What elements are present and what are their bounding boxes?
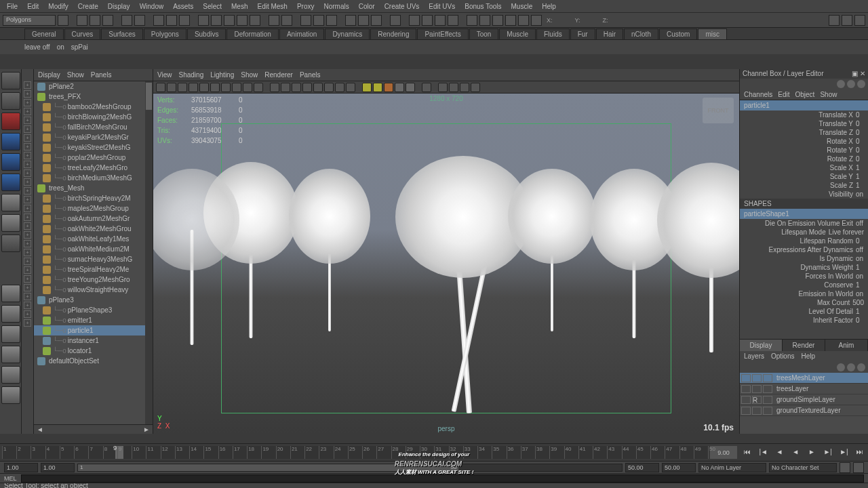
output-icon[interactable] [358,15,369,26]
open-scene-icon[interactable] [90,15,100,26]
layer-vis-toggle[interactable] [741,374,751,382]
anim-start-field[interactable]: 1.00 [4,463,38,472]
channel-menu-item[interactable]: Object [795,91,815,98]
menu-muscle[interactable]: Muscle [507,1,537,12]
viewport-toolbar-button[interactable] [422,83,431,92]
outliner-scrollbar[interactable] [145,81,153,424]
step-back-key-icon[interactable]: |◄ [758,448,769,458]
expand-toggle[interactable]: + [24,284,31,291]
channel-attr[interactable]: Translate Z0 [740,128,868,137]
viewport-menu-item[interactable]: Renderer [264,71,293,79]
selected-node[interactable]: particle1 [740,100,868,110]
outliner-item[interactable]: └─o oakWhite2MeshGrou [34,224,153,234]
shelf-item[interactable]: leave off [24,43,50,51]
misc-icon[interactable] [479,15,490,26]
viewport-toolbar-button[interactable] [199,83,209,92]
outliner-item[interactable]: └─o maples2MeshGroup [34,203,153,214]
expand-toggle[interactable]: + [24,90,31,98]
expand-toggle[interactable]: + [24,310,31,318]
expand-toggle[interactable]: + [24,214,31,221]
shelf-tab-polygons[interactable]: Polygons [144,28,186,39]
viewport-toolbar-button[interactable] [335,83,344,92]
outliner-item[interactable]: defaultObjectSet [34,356,153,366]
viewport-toolbar-button[interactable] [189,83,198,92]
hypershade-icon[interactable] [409,15,420,26]
new-layer-icon[interactable] [837,363,845,371]
display-layer[interactable]: RgroundSimpleLayer [740,394,868,405]
outliner-item[interactable]: └─o keyakiStreet2MeshG [34,142,153,152]
shape-attr[interactable]: Expressions After Dynamicsoff [740,245,868,254]
layer-vis-toggle[interactable] [741,407,751,415]
menu-edit-uvs[interactable]: Edit UVs [425,1,459,12]
viewport-toolbar-button[interactable] [406,83,415,92]
menu-bonus-tools[interactable]: Bonus Tools [460,1,505,12]
go-end-icon[interactable]: ⏭ [854,448,865,458]
layer-list[interactable]: treesMeshLayertreesLayerRgroundSimpleLay… [740,373,868,434]
channel-menu-item[interactable]: Edit [778,91,789,98]
layout-graph-icon[interactable] [1,366,20,384]
outliner-item[interactable]: └─o locator1 [34,346,153,356]
display-layer[interactable]: treesLayer [740,384,868,394]
shelf-tab-painteffects[interactable]: PaintEffects [417,28,468,39]
outliner-item[interactable]: └─o particle1 [34,325,153,336]
outliner-menu-item[interactable]: Show [67,71,84,79]
layout-single-icon[interactable] [1,285,20,302]
shape-attr[interactable]: Is Dynamicon [740,254,868,263]
outliner-item[interactable]: └─o birchMedium3MeshG [34,173,153,183]
layout-dope-icon[interactable] [1,386,20,404]
shape-attr[interactable]: Die On Emission Volume Exitoff [740,219,868,228]
outliner-item[interactable]: └─o treeLeafy2MeshGro [34,163,153,173]
expand-toggle[interactable]: + [24,178,31,186]
shelf-tab-subdivs[interactable]: Subdivs [187,28,226,39]
character-set-select[interactable]: No Character Set [769,463,837,472]
viewport-menu-item[interactable]: Show [241,71,258,79]
outliner-item[interactable]: pPlane2 [34,81,153,92]
snap-curve-icon[interactable] [211,15,222,26]
shelf-tab-muscle[interactable]: Muscle [499,28,536,39]
expand-toggle[interactable]: + [24,134,31,142]
viewport-menu-item[interactable]: View [157,71,172,79]
viewport-toolbar-button[interactable] [232,83,241,92]
expand-toggle[interactable]: + [24,99,31,106]
layer-vis-toggle[interactable] [741,396,751,404]
go-start-icon[interactable]: ⏮ [742,448,753,458]
viewport-toolbar-button[interactable] [243,83,252,92]
viewport-menu-item[interactable]: Shading [179,71,204,79]
outliner-item[interactable]: └─o sumacHeavy3MeshG [34,254,153,264]
prefs-icon[interactable] [853,462,864,473]
menu-window[interactable]: Window [136,1,168,12]
outliner-item[interactable]: └─o bamboo2MeshGroup [34,102,153,112]
shelf-tab-deformation[interactable]: Deformation [226,28,278,39]
viewport-toolbar-button[interactable] [270,83,279,92]
outliner-item[interactable]: trees_PFX [34,92,153,102]
shelf-item[interactable]: on [57,43,64,51]
misc-icon[interactable] [467,15,477,26]
expand-toggle[interactable]: + [24,169,31,177]
viewport-toolbar-button[interactable] [302,83,312,92]
shape-attr[interactable]: Lifespan Random0 [740,237,868,245]
outliner-item[interactable]: pPlane3 [34,295,153,305]
save-scene-icon[interactable] [102,15,113,26]
rotate-tool-icon[interactable] [1,153,20,171]
shape-attr[interactable]: Dynamics Weight1 [740,263,868,272]
channel-attr[interactable]: Visibilityon [740,190,868,199]
shape-attr[interactable]: Inherit Factor0 [740,316,868,325]
layer-type-toggle[interactable] [752,385,762,393]
menu-color[interactable]: Color [355,1,379,12]
range-end-field[interactable]: 50.00 [625,463,659,472]
last-tool-icon[interactable] [1,235,20,252]
viewport-toolbar-button[interactable] [292,83,301,92]
anim-layer-select[interactable]: No Anim Layer [698,463,766,472]
viewport-toolbar-button[interactable] [471,83,480,92]
expand-toggle[interactable]: + [24,187,31,195]
outliner-item[interactable]: └─o fallBirch2MeshGrou [34,122,153,132]
layer-vis-toggle[interactable] [741,385,751,393]
shelf-tab-curves[interactable]: Curves [64,28,101,39]
shelf-tab-fur[interactable]: Fur [570,28,595,39]
shape-attr[interactable]: Max Count500 [740,298,868,307]
outliner-menu-item[interactable]: Panels [91,71,112,79]
snap-point-icon[interactable] [224,15,235,26]
expand-toggle[interactable]: + [24,231,31,239]
shelf-tab-animation[interactable]: Animation [279,28,324,39]
menu-proxy[interactable]: Proxy [293,1,319,12]
